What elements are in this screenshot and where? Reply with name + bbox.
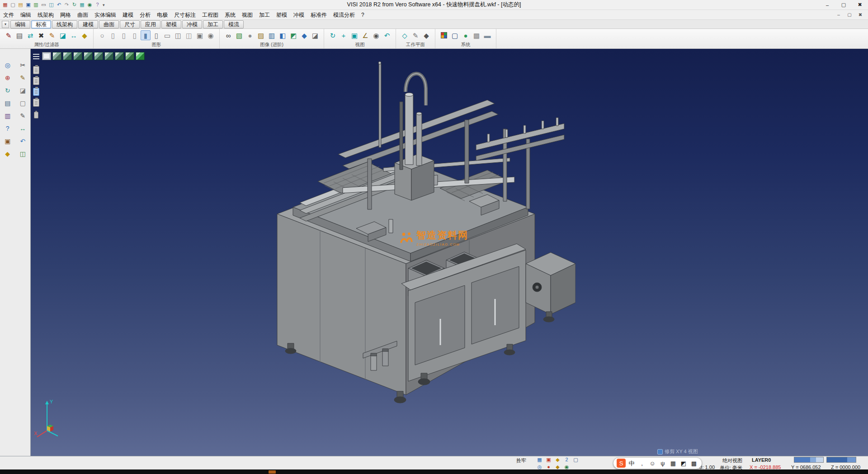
- view-cube-dimetric-icon[interactable]: [125, 52, 134, 60]
- previous-view-icon[interactable]: ↶: [382, 30, 392, 40]
- tab-overflow-button[interactable]: ▾: [2, 21, 9, 28]
- box-select-icon[interactable]: ▣: [3, 137, 12, 145]
- visibility-eye-icon[interactable]: ◉: [371, 30, 381, 40]
- viewport-menu-icon[interactable]: [32, 52, 41, 60]
- measure-angle-icon[interactable]: ∠: [360, 30, 370, 40]
- layer-flag-icon[interactable]: ◆: [80, 30, 90, 40]
- material-icon[interactable]: ▥: [267, 30, 277, 40]
- menu-item[interactable]: 实体编辑: [91, 10, 119, 20]
- database-icon[interactable]: ▥: [3, 111, 12, 120]
- filter-swap-icon[interactable]: ⇄: [25, 30, 35, 40]
- globe-icon[interactable]: ◉: [86, 1, 93, 8]
- ime-toolbox-icon[interactable]: ▩: [689, 459, 698, 468]
- tab-edit[interactable]: 编辑: [10, 20, 30, 28]
- workplane-page-icon-2[interactable]: [33, 77, 39, 85]
- snap-sphere-icon[interactable]: ●: [461, 30, 471, 40]
- clipboard-paste-icon[interactable]: ◫: [19, 149, 27, 158]
- menu-item[interactable]: 编辑: [17, 10, 34, 20]
- count-badge[interactable]: 2: [563, 456, 571, 463]
- attribute-copy-icon[interactable]: ▤: [14, 30, 24, 40]
- workplane-page-icon-1[interactable]: [33, 66, 39, 74]
- eraser-icon[interactable]: ◪: [58, 30, 68, 40]
- open-icon[interactable]: ▤: [17, 1, 24, 8]
- snapshot-icon[interactable]: ▧: [234, 30, 244, 40]
- menu-item[interactable]: 冲模: [290, 10, 307, 20]
- shaded-mode-icon[interactable]: ▮: [141, 30, 151, 40]
- view-cube-back-icon[interactable]: [84, 52, 93, 60]
- stop-icon[interactable]: ▣: [545, 456, 552, 463]
- flag-icon[interactable]: ◆: [3, 149, 12, 158]
- menu-item[interactable]: 系统: [222, 10, 239, 20]
- gem-icon[interactable]: ◆: [299, 30, 309, 40]
- redo-icon[interactable]: ↷: [63, 1, 70, 8]
- view-cube-top-icon[interactable]: [52, 52, 61, 60]
- help-icon[interactable]: ?: [94, 1, 101, 8]
- render-sphere-icon[interactable]: ●: [245, 30, 255, 40]
- ime-keyboard-icon[interactable]: ▦: [669, 459, 678, 468]
- child-restore-button[interactable]: ▢: [844, 12, 854, 17]
- pan-view-icon[interactable]: +: [339, 30, 349, 40]
- section-icon[interactable]: ◧: [278, 30, 288, 40]
- view-cube-shaded-icon[interactable]: [136, 52, 145, 60]
- save-icon[interactable]: ▣: [25, 1, 32, 8]
- undo-arrow-icon[interactable]: ↶: [19, 137, 27, 145]
- menu-item[interactable]: 建模: [119, 10, 137, 20]
- dimension-icon[interactable]: ↔: [19, 124, 27, 133]
- menu-item[interactable]: 尺寸标注: [171, 10, 199, 20]
- child-close-button[interactable]: ✖: [855, 12, 865, 17]
- menu-item[interactable]: 文件: [0, 10, 17, 20]
- menu-item[interactable]: 工程图: [199, 10, 222, 20]
- refresh-icon[interactable]: ↻: [71, 1, 78, 8]
- solid-box-icon[interactable]: ▣: [195, 30, 205, 40]
- grid-dots-icon[interactable]: ▩: [472, 30, 481, 40]
- workplane-lock-icon[interactable]: ◆: [421, 30, 431, 40]
- layer-stack-icon[interactable]: ▤: [3, 99, 12, 107]
- pencil-edit-icon[interactable]: ✎: [19, 73, 27, 82]
- tab-machining[interactable]: 加工: [203, 20, 223, 28]
- menu-item[interactable]: 标准件: [307, 10, 330, 20]
- minimize-button[interactable]: –: [819, 0, 835, 10]
- menu-item[interactable]: 塑模: [273, 10, 290, 20]
- tab-dimension[interactable]: 尺寸: [120, 20, 140, 28]
- tab-mold[interactable]: 塑模: [161, 20, 181, 28]
- delete-entity-icon[interactable]: ✖: [36, 30, 46, 40]
- selection-filter-icon[interactable]: ▦: [536, 456, 543, 463]
- texture-icon[interactable]: ▨: [256, 30, 266, 40]
- app-icon[interactable]: ▦: [2, 1, 9, 8]
- zoom-level-bar[interactable]: [794, 457, 824, 463]
- page-icon[interactable]: ▢: [19, 99, 27, 107]
- taskbar-app-indicator[interactable]: [269, 470, 276, 474]
- rotate-icon[interactable]: ↻: [3, 86, 12, 95]
- cylinder-view-icon[interactable]: ▯: [119, 30, 129, 40]
- monitor-icon[interactable]: ▢: [450, 30, 460, 40]
- layer-label[interactable]: LAYER0: [752, 457, 771, 463]
- snap-crosshair-icon[interactable]: ⊕: [3, 73, 12, 82]
- new-file-icon[interactable]: ▢: [9, 1, 16, 8]
- ime-mic-icon[interactable]: ψ: [658, 459, 667, 468]
- attribute-edit-icon[interactable]: ✎: [4, 30, 14, 40]
- menu-item[interactable]: 网格: [57, 10, 74, 20]
- quick-access-dropdown-icon[interactable]: ▾: [101, 3, 107, 7]
- tab-modeling[interactable]: 建模: [78, 20, 98, 28]
- lighting-icon[interactable]: ◩: [288, 30, 298, 40]
- warning-icon[interactable]: ◆: [554, 456, 561, 463]
- workplane-page-icon-4[interactable]: [33, 99, 39, 107]
- tab-flow[interactable]: 模流: [224, 20, 244, 28]
- preview-icon[interactable]: ◫: [48, 1, 55, 8]
- query-icon[interactable]: ?: [3, 124, 12, 133]
- menu-item[interactable]: 模流分析: [330, 10, 358, 20]
- menu-item[interactable]: 线架构: [34, 10, 57, 20]
- eraser-icon[interactable]: ◪: [19, 86, 27, 95]
- sheet-icon[interactable]: ▭: [162, 30, 172, 40]
- print-icon[interactable]: ▭: [40, 1, 47, 8]
- wireframe-mode-icon[interactable]: ○: [97, 30, 107, 40]
- menu-item[interactable]: 视图: [239, 10, 256, 20]
- workplane-edit-icon[interactable]: ✎: [410, 30, 420, 40]
- workplane-page-icon-3[interactable]: [33, 88, 39, 96]
- grid-icon[interactable]: ▦: [79, 1, 85, 8]
- tab-die[interactable]: 冲模: [182, 20, 202, 28]
- color-palette-icon[interactable]: [439, 30, 449, 40]
- tab-standard[interactable]: 标准: [31, 20, 51, 28]
- viewport-3d[interactable]: 智造资料网 ZHIZAOZILIAO.COM Y X 修剪 XY 4 视图: [31, 49, 868, 456]
- menu-item[interactable]: 分析: [137, 10, 154, 20]
